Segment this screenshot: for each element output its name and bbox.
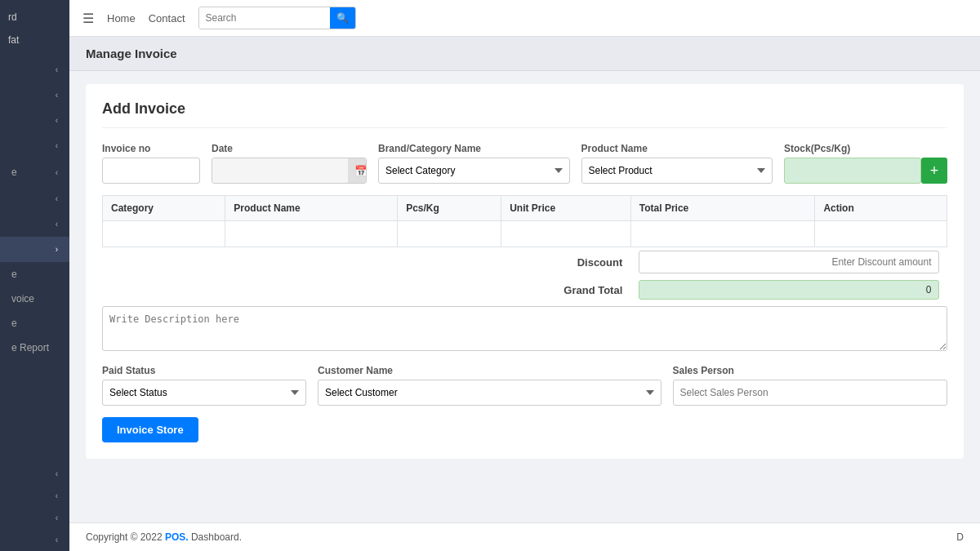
product-group: Product Name Select Product [581,143,773,184]
th-category: Category [103,196,225,221]
invoice-table: Category Product Name Pcs/Kg Unit Price … [102,195,947,303]
category-label: Brand/Category Name [378,143,570,154]
paid-status-label: Paid Status [102,365,306,376]
add-invoice-card: Add Invoice Invoice no Date 2023-10-28 📅 [86,84,964,459]
grand-total-value-cell: 0 [630,277,947,303]
customer-group: Customer Name Select Customer [318,365,662,406]
sidebar-footer-item-2[interactable]: ‹ [0,485,69,507]
footer-left: Copyright © 2022 POS. Dashboard. [86,531,242,543]
date-group: Date 2023-10-28 📅 [212,143,367,184]
category-select[interactable]: Select Category [378,158,570,184]
nav-home[interactable]: Home [107,12,136,24]
date-label: Date [212,143,367,154]
page-header: Manage Invoice [69,37,980,71]
chevron-icon-3: ‹ [56,141,58,150]
sales-person-group: Sales Person [673,365,947,406]
chevron-icon-4: ‹ [56,168,58,177]
sidebar-footer-item-3[interactable]: ‹ [0,507,69,529]
stock-input[interactable] [784,158,921,184]
chevron-icon-f2: ‹ [56,491,58,500]
chevron-icon-5: ‹ [56,194,58,203]
th-unit-price: Unit Price [501,196,631,221]
date-input[interactable]: 2023-10-28 [212,158,348,183]
invoice-no-label: Invoice no [102,143,200,154]
discount-label: Discount [103,247,631,278]
footer-pos: POS. [165,531,189,543]
sidebar-item-1[interactable]: ‹ [0,82,69,108]
chevron-icon-f3: ‹ [56,513,58,522]
card-title: Add Invoice [102,100,947,128]
chevron-icon-f1: ‹ [56,469,58,478]
th-product-name: Product Name [225,196,398,221]
sidebar-item-2[interactable]: ‹ [0,108,69,133]
chevron-icon-2: ‹ [56,116,58,125]
calendar-icon[interactable]: 📅 [348,158,367,183]
grand-total-row: Grand Total 0 [103,277,947,303]
product-select[interactable]: Select Product [581,158,773,184]
search-input[interactable] [199,7,330,29]
td-unit [501,221,631,247]
invoice-store-button[interactable]: Invoice Store [102,417,198,442]
sidebar-sub-e2[interactable]: e [0,311,69,335]
sidebar-item-6[interactable]: ‹ [0,211,69,237]
grand-total-label: Grand Total [103,277,631,303]
customer-select[interactable]: Select Customer [318,380,662,406]
sidebar-top-label-2: fat [0,34,69,57]
top-form-row: Invoice no Date 2023-10-28 📅 Brand/Categ… [102,143,947,184]
sidebar-sub-voice[interactable]: voice [0,287,69,311]
menu-icon[interactable]: ☰ [82,11,94,26]
th-pcs-kg: Pcs/Kg [398,196,501,221]
grand-total-value: 0 [639,280,938,300]
td-total [630,221,815,247]
th-action: Action [815,196,947,221]
customer-label: Customer Name [318,365,662,376]
footer-copyright: Copyright © 2022 [86,531,165,543]
chevron-icon-f4: ‹ [56,535,58,544]
sales-person-input[interactable] [673,380,947,406]
discount-input-cell [630,247,947,278]
discount-input[interactable] [639,251,938,273]
chevron-icon-1: ‹ [56,91,58,100]
sidebar: rd fat ‹ ‹ ‹ ‹ e ‹ ‹ ‹ › e voice e e Rep… [0,0,69,551]
td-action [815,221,947,247]
stock-input-wrap: + [784,158,947,184]
footer: Copyright © 2022 POS. Dashboard. D [69,522,980,551]
chevron-icon-0: ‹ [56,65,58,74]
stock-group: Stock(Pcs/Kg) + [784,143,947,184]
footer-right: D [956,531,964,543]
sidebar-item-0[interactable]: ‹ [0,57,69,82]
sidebar-footer-item-4[interactable]: ‹ [0,529,69,551]
sales-person-label: Sales Person [673,365,947,376]
search-wrap: 🔍 [198,7,356,29]
sidebar-item-categories[interactable]: e ‹ [0,158,69,186]
invoice-no-input[interactable] [102,158,200,184]
sidebar-item-label-categories: e [11,167,56,178]
td-prod [225,221,398,247]
main-area: ☰ Home Contact 🔍 Manage Invoice Add Invo… [69,0,980,551]
nav-contact[interactable]: Contact [149,12,185,24]
sidebar-item-expanded[interactable]: › [0,237,69,262]
sidebar-item-3[interactable]: ‹ [0,133,69,158]
content: Add Invoice Invoice no Date 2023-10-28 📅 [69,71,980,522]
sidebar-sub-report[interactable]: e Report [0,335,69,360]
stock-label: Stock(Pcs/Kg) [784,143,947,154]
sidebar-item-5[interactable]: ‹ [0,186,69,211]
paid-status-group: Paid Status Select Status [102,365,306,406]
sidebar-sub-e[interactable]: e [0,262,69,287]
sidebar-top-label-1: rd [0,0,69,34]
date-wrap: 2023-10-28 📅 [212,158,367,184]
description-textarea[interactable] [102,306,947,351]
search-button[interactable]: 🔍 [330,7,355,29]
chevron-icon-6: ‹ [56,220,58,229]
td-cat [103,221,225,247]
table-empty-row [103,221,947,247]
sidebar-footer-item-1[interactable]: ‹ [0,463,69,485]
paid-status-select[interactable]: Select Status [102,380,306,406]
product-label: Product Name [581,143,773,154]
invoice-no-group: Invoice no [102,143,200,184]
bottom-form-row: Paid Status Select Status Customer Name … [102,365,947,406]
th-total-price: Total Price [630,196,815,221]
footer-dashboard: Dashboard. [191,531,242,543]
add-product-button[interactable]: + [921,158,947,184]
category-group: Brand/Category Name Select Category [378,143,570,184]
